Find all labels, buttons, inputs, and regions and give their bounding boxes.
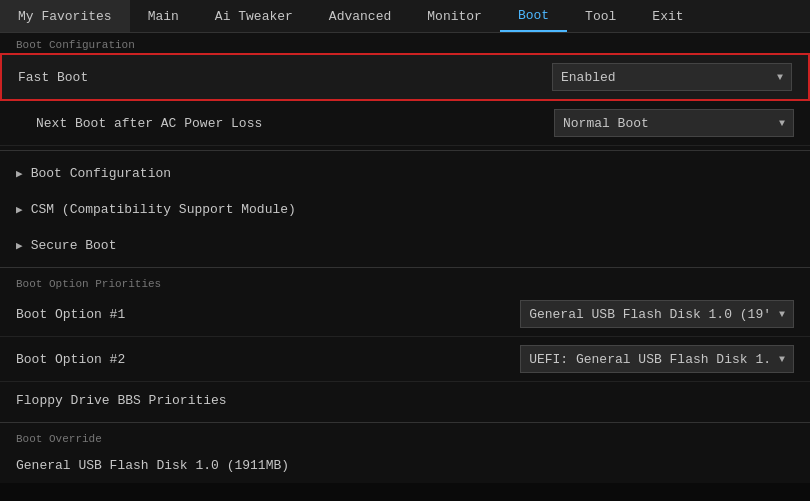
nav-ai-tweaker[interactable]: Ai Tweaker <box>197 0 311 32</box>
next-boot-dropdown[interactable]: Normal Boot ▼ <box>554 109 794 137</box>
fast-boot-label: Fast Boot <box>18 70 552 85</box>
boot-override-section-label: Boot Override <box>0 427 810 447</box>
floppy-row[interactable]: Floppy Drive BBS Priorities <box>0 382 810 418</box>
boot-option1-dropdown[interactable]: General USB Flash Disk 1.0 (19' ▼ <box>520 300 794 328</box>
boot-option2-row[interactable]: Boot Option #2 UEFI: General USB Flash D… <box>0 337 810 382</box>
boot-option2-label: Boot Option #2 <box>16 352 520 367</box>
next-boot-row[interactable]: Next Boot after AC Power Loss Normal Boo… <box>0 101 810 146</box>
expand-boot-config-icon: ▶ <box>16 167 23 180</box>
expand-secure-boot-icon: ▶ <box>16 239 23 252</box>
divider-1 <box>0 150 810 151</box>
fast-boot-dropdown[interactable]: Enabled ▼ <box>552 63 792 91</box>
boot-config-section-label: Boot Configuration <box>0 33 810 53</box>
next-boot-label: Next Boot after AC Power Loss <box>36 116 554 131</box>
divider-2 <box>0 267 810 268</box>
nav-my-favorites[interactable]: My Favorites <box>0 0 130 32</box>
nav-boot[interactable]: Boot <box>500 0 567 32</box>
boot-option2-value: UEFI: General USB Flash Disk 1. <box>529 352 771 367</box>
main-content: Boot Configuration Fast Boot Enabled ▼ N… <box>0 33 810 483</box>
boot-option2-dropdown[interactable]: UEFI: General USB Flash Disk 1. ▼ <box>520 345 794 373</box>
boot-option1-dropdown-arrow: ▼ <box>779 309 785 320</box>
boot-option1-value: General USB Flash Disk 1.0 (19' <box>529 307 771 322</box>
expand-csm-icon: ▶ <box>16 203 23 216</box>
navigation-bar: My Favorites Main Ai Tweaker Advanced Mo… <box>0 0 810 33</box>
floppy-label: Floppy Drive BBS Priorities <box>16 393 227 408</box>
fast-boot-row[interactable]: Fast Boot Enabled ▼ <box>0 53 810 101</box>
expand-secure-boot-label: Secure Boot <box>31 238 117 253</box>
next-boot-dropdown-arrow: ▼ <box>779 118 785 129</box>
expand-csm-row[interactable]: ▶ CSM (Compatibility Support Module) <box>0 191 810 227</box>
usb-label: General USB Flash Disk 1.0 (1911MB) <box>16 458 289 473</box>
boot-option2-dropdown-arrow: ▼ <box>779 354 785 365</box>
expand-csm-label: CSM (Compatibility Support Module) <box>31 202 296 217</box>
fast-boot-dropdown-arrow: ▼ <box>777 72 783 83</box>
divider-3 <box>0 422 810 423</box>
expand-boot-config-label: Boot Configuration <box>31 166 171 181</box>
fast-boot-value: Enabled <box>561 70 616 85</box>
boot-option1-label: Boot Option #1 <box>16 307 520 322</box>
nav-tool[interactable]: Tool <box>567 0 634 32</box>
boot-priorities-label: Boot Option Priorities <box>0 272 810 292</box>
usb-row[interactable]: General USB Flash Disk 1.0 (1911MB) <box>0 447 810 483</box>
boot-option1-row[interactable]: Boot Option #1 General USB Flash Disk 1.… <box>0 292 810 337</box>
expand-secure-boot-row[interactable]: ▶ Secure Boot <box>0 227 810 263</box>
nav-main[interactable]: Main <box>130 0 197 32</box>
next-boot-value: Normal Boot <box>563 116 649 131</box>
expand-boot-config-row[interactable]: ▶ Boot Configuration <box>0 155 810 191</box>
nav-exit[interactable]: Exit <box>634 0 701 32</box>
nav-monitor[interactable]: Monitor <box>409 0 500 32</box>
nav-advanced[interactable]: Advanced <box>311 0 409 32</box>
